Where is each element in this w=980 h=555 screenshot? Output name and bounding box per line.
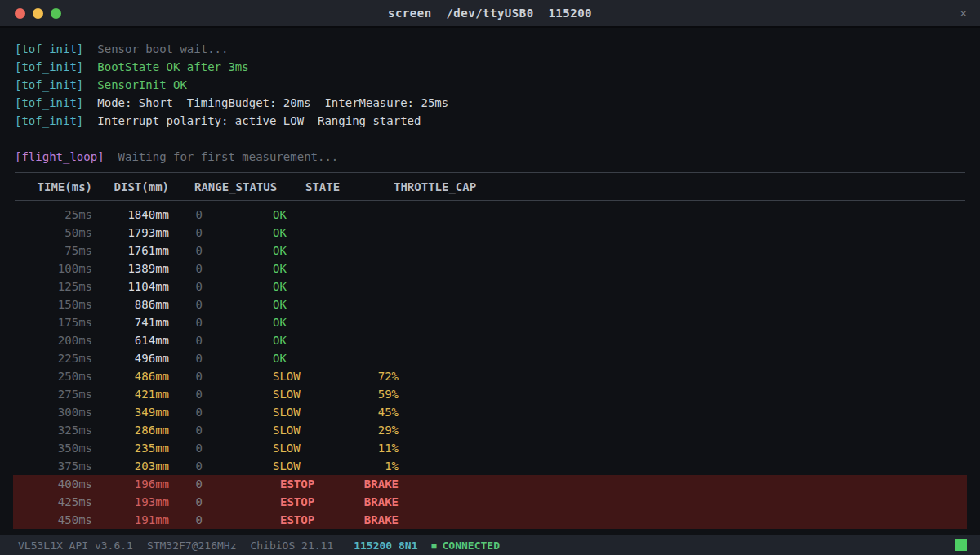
- table-row: 150ms 886mm 0 OK: [15, 295, 965, 313]
- flight-loop-line: [flight_loop]Waiting for first measureme…: [15, 148, 965, 166]
- cell-dist: 886mm: [92, 295, 169, 313]
- table-top-divider: [15, 172, 965, 173]
- cell-throttle-cap: [322, 349, 399, 367]
- header-range-status: RANGE_STATUS: [194, 178, 283, 196]
- table-body: 25ms 1840mm 0 OK 50ms 1793mm 0 OK 75ms 1…: [15, 206, 965, 529]
- cell-time: 225ms: [15, 349, 92, 367]
- cell-throttle-cap: 72%: [322, 367, 399, 385]
- table-row: 400ms 196mm 0 ESTOP BRAKE: [13, 475, 967, 493]
- cell-state: ESTOP: [273, 493, 322, 511]
- table-row: 225ms 496mm 0 OK: [15, 349, 965, 367]
- table-row: 50ms 1793mm 0 OK: [15, 224, 965, 242]
- cell-dist: 1389mm: [92, 260, 169, 278]
- table-row: 375ms 203mm 0 SLOW 1%: [15, 457, 965, 475]
- cell-time: 150ms: [15, 295, 92, 313]
- table-row: 25ms 1840mm 0 OK: [15, 206, 965, 224]
- cell-time: 425ms: [15, 493, 92, 511]
- cell-state: SLOW: [273, 403, 322, 421]
- cell-time: 350ms: [15, 439, 92, 457]
- cell-dist: 286mm: [92, 421, 169, 439]
- cell-dist: 421mm: [92, 385, 169, 403]
- header-throttle-cap: THROTTLE_CAP: [394, 178, 483, 196]
- cell-state: OK: [273, 242, 322, 260]
- cell-time: 275ms: [15, 385, 92, 403]
- log-message: BootState OK after 3ms: [97, 60, 248, 73]
- header-state: STATE: [305, 178, 342, 196]
- terminal-content[interactable]: [tof_init]Sensor boot wait... [tof_init]…: [0, 28, 980, 535]
- cell-throttle-cap: BRAKE: [322, 511, 399, 529]
- boot-log: [tof_init]Sensor boot wait... [tof_init]…: [15, 40, 965, 130]
- flight-loop-message: Waiting for first measurement...: [118, 150, 339, 163]
- cell-range-status: 0: [169, 260, 203, 278]
- cell-state: OK: [273, 206, 322, 224]
- cell-throttle-cap: 1%: [322, 457, 399, 475]
- cell-dist: 1761mm: [92, 242, 169, 260]
- blank-line: [15, 130, 965, 148]
- cell-time: 400ms: [15, 475, 92, 493]
- cell-time: 250ms: [15, 367, 92, 385]
- cell-dist: 741mm: [92, 313, 169, 331]
- cell-range-status: 0: [169, 278, 203, 295]
- cell-time: 100ms: [15, 260, 92, 278]
- cell-range-status: 0: [169, 242, 203, 260]
- cell-state: OK: [273, 278, 322, 295]
- log-line: [tof_init]Interrupt polarity: active LOW…: [15, 112, 965, 130]
- cell-dist: 1104mm: [92, 278, 169, 295]
- table-row: 200ms 614mm 0 OK: [15, 331, 965, 349]
- cell-throttle-cap: [322, 313, 399, 331]
- cell-range-status: 0: [169, 349, 203, 367]
- cell-range-status: 0: [169, 206, 203, 224]
- table-header-divider: [15, 200, 965, 201]
- cell-range-status: 0: [169, 475, 203, 493]
- cell-state: OK: [273, 331, 322, 349]
- cell-throttle-cap: [322, 206, 399, 224]
- log-tag: [tof_init]: [15, 60, 83, 73]
- log-message: SensorInit OK: [97, 78, 187, 91]
- close-icon[interactable]: ×: [960, 7, 967, 20]
- cell-time: 125ms: [15, 278, 92, 295]
- cell-range-status: 0: [169, 385, 203, 403]
- cell-throttle-cap: [322, 224, 399, 242]
- cell-dist: 486mm: [92, 367, 169, 385]
- cell-range-status: 0: [169, 421, 203, 439]
- log-tag: [tof_init]: [15, 114, 83, 127]
- cell-state: OK: [273, 260, 322, 278]
- cell-state: SLOW: [273, 367, 322, 385]
- cell-time: 25ms: [15, 206, 92, 224]
- table-row: 325ms 286mm 0 SLOW 29%: [15, 421, 965, 439]
- cell-throttle-cap: BRAKE: [322, 493, 399, 511]
- cell-time: 375ms: [15, 457, 92, 475]
- cell-state: OK: [273, 349, 322, 367]
- log-line: [tof_init]Mode: Short TimingBudget: 20ms…: [15, 94, 965, 112]
- cell-range-status: 0: [169, 224, 203, 242]
- cell-dist: 193mm: [92, 493, 169, 511]
- flight-loop-tag: [flight_loop]: [15, 150, 105, 163]
- log-line: [tof_init]SensorInit OK: [15, 76, 965, 94]
- cell-range-status: 0: [169, 295, 203, 313]
- titlebar: screen /dev/ttyUSB0 115200 ×: [0, 0, 980, 28]
- cell-throttle-cap: [322, 278, 399, 295]
- table-row: 425ms 193mm 0 ESTOP BRAKE: [13, 493, 967, 511]
- cell-throttle-cap: [322, 242, 399, 260]
- cell-state: SLOW: [273, 385, 322, 403]
- cell-state: SLOW: [273, 421, 322, 439]
- cell-range-status: 0: [169, 367, 203, 385]
- cell-dist: 1793mm: [92, 224, 169, 242]
- table-row: 275ms 421mm 0 SLOW 59%: [15, 385, 965, 403]
- log-tag: [tof_init]: [15, 78, 83, 91]
- cell-dist: 496mm: [92, 349, 169, 367]
- cell-state: ESTOP: [273, 511, 322, 529]
- cell-throttle-cap: 29%: [322, 421, 399, 439]
- table-row: 175ms 741mm 0 OK: [15, 313, 965, 331]
- log-message: Interrupt polarity: active LOW Ranging s…: [97, 114, 421, 127]
- cell-dist: 191mm: [92, 511, 169, 529]
- cell-time: 200ms: [15, 331, 92, 349]
- cell-state: OK: [273, 313, 322, 331]
- cell-state: SLOW: [273, 457, 322, 475]
- header-dist: DIST(mm): [92, 178, 169, 196]
- cell-range-status: 0: [169, 493, 203, 511]
- cell-throttle-cap: [322, 331, 399, 349]
- table-row: 75ms 1761mm 0 OK: [15, 242, 965, 260]
- table-row: 450ms 191mm 0 ESTOP BRAKE: [13, 511, 967, 529]
- connected-dot-icon: ■: [432, 541, 437, 550]
